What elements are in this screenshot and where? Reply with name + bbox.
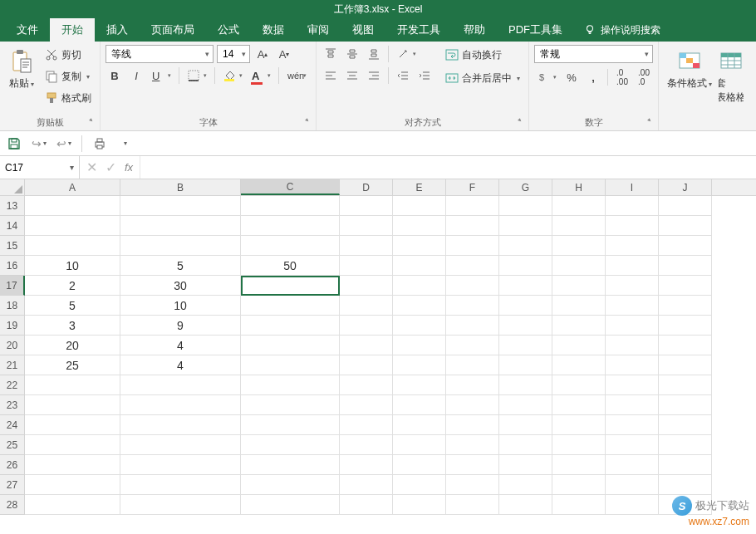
row-header-18[interactable]: 18 [0, 296, 25, 316]
cell-B17[interactable]: 30 [120, 276, 241, 296]
cell-C16[interactable]: 50 [241, 256, 340, 276]
cell-I24[interactable] [606, 415, 659, 435]
cell-C27[interactable] [241, 475, 340, 495]
orientation-button[interactable] [394, 45, 419, 63]
cell-E17[interactable] [393, 276, 446, 296]
cell-J26[interactable] [659, 455, 712, 475]
row-header-23[interactable]: 23 [0, 395, 25, 415]
cell-G22[interactable] [499, 375, 552, 395]
cell-C13[interactable] [241, 196, 340, 216]
row-header-28[interactable]: 28 [0, 495, 25, 515]
row-header-26[interactable]: 26 [0, 455, 25, 475]
wrap-text-button[interactable]: 自动换行 [442, 45, 523, 65]
cell-C24[interactable] [241, 415, 340, 435]
cell-A18[interactable]: 5 [25, 296, 120, 316]
cell-D26[interactable] [340, 455, 393, 475]
cell-F19[interactable] [446, 316, 499, 336]
fx-button[interactable]: fx [125, 161, 133, 174]
cell-G24[interactable] [499, 415, 552, 435]
cell-G19[interactable] [499, 316, 552, 336]
cell-J23[interactable] [659, 395, 712, 415]
cell-A23[interactable] [25, 395, 120, 415]
save-button[interactable] [5, 135, 23, 153]
cell-H17[interactable] [552, 276, 606, 296]
row-header-27[interactable]: 27 [0, 475, 25, 495]
cell-D20[interactable] [340, 336, 393, 355]
cell-A20[interactable]: 20 [25, 336, 120, 355]
cell-I17[interactable] [606, 276, 659, 296]
row-header-16[interactable]: 16 [0, 256, 25, 276]
cell-E22[interactable] [393, 375, 446, 395]
cell-C14[interactable] [241, 216, 340, 236]
cell-C18[interactable] [241, 296, 340, 316]
cell-B20[interactable]: 4 [120, 336, 241, 355]
cell-B25[interactable] [120, 435, 241, 455]
cell-A25[interactable] [25, 435, 120, 455]
cell-E14[interactable] [393, 216, 446, 236]
cell-D17[interactable] [340, 276, 393, 296]
cell-D16[interactable] [340, 256, 393, 276]
cell-B14[interactable] [120, 216, 241, 236]
cell-E18[interactable] [393, 296, 446, 316]
cell-I15[interactable] [606, 236, 659, 256]
cell-G25[interactable] [499, 435, 552, 455]
cell-B18[interactable]: 10 [120, 296, 241, 316]
cell-F15[interactable] [446, 236, 499, 256]
cell-D18[interactable] [340, 296, 393, 316]
cell-I27[interactable] [606, 475, 659, 495]
qat-customize-button[interactable]: ▾ [115, 135, 134, 153]
cell-I26[interactable] [606, 455, 659, 475]
cell-F21[interactable] [446, 355, 499, 375]
cell-H24[interactable] [552, 415, 606, 435]
cell-C15[interactable] [241, 236, 340, 256]
cell-B16[interactable]: 5 [120, 256, 241, 276]
cell-B27[interactable] [120, 475, 241, 495]
column-header-D[interactable]: D [340, 179, 393, 195]
cell-F23[interactable] [446, 395, 499, 415]
cell-F14[interactable] [446, 216, 499, 236]
cell-F17[interactable] [446, 276, 499, 296]
cell-I16[interactable] [606, 256, 659, 276]
row-header-22[interactable]: 22 [0, 375, 25, 395]
accounting-format-button[interactable]: $ [534, 68, 559, 86]
tab-view[interactable]: 视图 [341, 18, 385, 42]
cell-I14[interactable] [606, 216, 659, 236]
cell-H27[interactable] [552, 475, 606, 495]
column-header-E[interactable]: E [393, 179, 446, 195]
cell-I18[interactable] [606, 296, 659, 316]
cell-I23[interactable] [606, 395, 659, 415]
decrease-font-button[interactable]: A▾ [275, 45, 293, 63]
cell-E27[interactable] [393, 475, 446, 495]
cell-F25[interactable] [446, 435, 499, 455]
border-button[interactable] [184, 66, 209, 85]
cell-C19[interactable] [241, 316, 340, 336]
cell-G16[interactable] [499, 256, 552, 276]
cell-B24[interactable] [120, 415, 241, 435]
cell-H18[interactable] [552, 296, 606, 316]
tab-review[interactable]: 审阅 [296, 18, 341, 42]
paste-button[interactable]: 粘贴▾ [5, 45, 38, 94]
column-header-G[interactable]: G [499, 179, 552, 195]
cell-D21[interactable] [340, 355, 393, 375]
cell-I28[interactable] [606, 495, 659, 515]
column-header-J[interactable]: J [659, 179, 712, 195]
cell-A26[interactable] [25, 455, 120, 475]
row-header-25[interactable]: 25 [0, 435, 25, 455]
select-all-corner[interactable] [0, 179, 25, 195]
cell-D15[interactable] [340, 236, 393, 256]
bold-button[interactable]: B [106, 66, 124, 85]
cell-G21[interactable] [499, 355, 552, 375]
decrease-indent-button[interactable] [394, 66, 412, 85]
row-header-20[interactable]: 20 [0, 336, 25, 355]
row-header-13[interactable]: 13 [0, 196, 25, 216]
tab-developer[interactable]: 开发工具 [385, 18, 452, 42]
cell-D27[interactable] [340, 475, 393, 495]
undo-button[interactable]: ↩▾ [55, 135, 73, 153]
cell-E25[interactable] [393, 435, 446, 455]
cell-G15[interactable] [499, 236, 552, 256]
column-header-I[interactable]: I [606, 179, 659, 195]
cell-C22[interactable] [241, 375, 340, 395]
spreadsheet-grid[interactable]: ABCDEFGHIJ 13141516105501723018510193920… [0, 179, 756, 534]
cell-A27[interactable] [25, 475, 120, 495]
cell-H13[interactable] [552, 196, 606, 216]
